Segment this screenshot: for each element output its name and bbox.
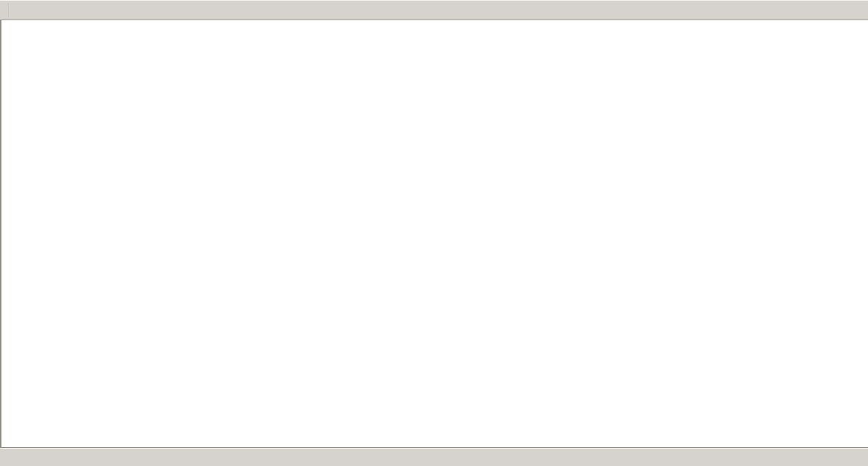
trading-app-window xyxy=(0,0,868,466)
chart-window xyxy=(0,20,868,447)
rsi-panel xyxy=(1,355,868,448)
timeframe-toolbar xyxy=(0,0,868,20)
toolbar-separator xyxy=(9,3,10,17)
price-chart xyxy=(1,20,868,355)
chart-tabbar xyxy=(0,447,868,466)
